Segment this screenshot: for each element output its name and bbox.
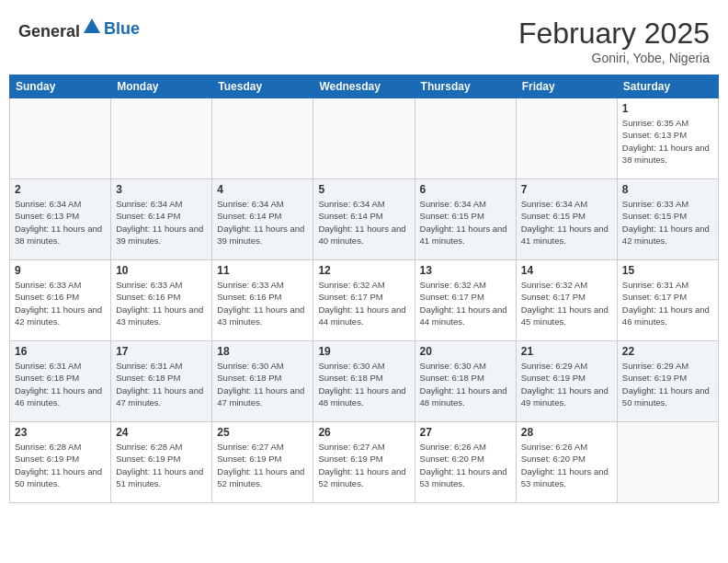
day-info: Sunrise: 6:28 AM Sunset: 6:19 PM Dayligh… <box>15 441 106 489</box>
calendar-day-cell: 23Sunrise: 6:28 AM Sunset: 6:19 PM Dayli… <box>10 422 111 503</box>
calendar-day-cell: 21Sunrise: 6:29 AM Sunset: 6:19 PM Dayli… <box>516 341 617 422</box>
day-number: 4 <box>217 183 308 196</box>
day-info: Sunrise: 6:31 AM Sunset: 6:17 PM Dayligh… <box>622 279 713 327</box>
calendar-day-cell: 25Sunrise: 6:27 AM Sunset: 6:19 PM Dayli… <box>212 422 313 503</box>
day-number: 21 <box>521 345 612 358</box>
calendar-day-cell: 8Sunrise: 6:33 AM Sunset: 6:15 PM Daylig… <box>617 179 718 260</box>
calendar-day-cell: 28Sunrise: 6:26 AM Sunset: 6:20 PM Dayli… <box>516 422 617 503</box>
calendar-day-cell: 2Sunrise: 6:34 AM Sunset: 6:13 PM Daylig… <box>10 179 111 260</box>
calendar-day-cell <box>313 98 415 179</box>
day-info: Sunrise: 6:27 AM Sunset: 6:19 PM Dayligh… <box>217 441 308 489</box>
day-number: 3 <box>116 183 207 196</box>
calendar-day-cell: 26Sunrise: 6:27 AM Sunset: 6:19 PM Dayli… <box>313 422 415 503</box>
day-info: Sunrise: 6:26 AM Sunset: 6:20 PM Dayligh… <box>521 441 612 489</box>
day-number: 23 <box>15 426 106 439</box>
calendar-week-row: 2Sunrise: 6:34 AM Sunset: 6:13 PM Daylig… <box>10 179 719 260</box>
day-number: 2 <box>15 183 106 196</box>
day-info: Sunrise: 6:34 AM Sunset: 6:14 PM Dayligh… <box>217 198 308 247</box>
calendar-day-cell: 16Sunrise: 6:31 AM Sunset: 6:18 PM Dayli… <box>10 341 111 422</box>
title-area: February 2025 Goniri, Yobe, Nigeria <box>518 17 710 65</box>
day-number: 17 <box>116 345 207 358</box>
day-info: Sunrise: 6:30 AM Sunset: 6:18 PM Dayligh… <box>217 360 308 408</box>
day-number: 8 <box>622 183 713 196</box>
day-info: Sunrise: 6:34 AM Sunset: 6:15 PM Dayligh… <box>420 198 511 247</box>
weekday-header: Saturday <box>617 75 718 98</box>
weekday-header: Friday <box>516 75 617 98</box>
calendar-day-cell <box>10 98 111 179</box>
day-info: Sunrise: 6:34 AM Sunset: 6:13 PM Dayligh… <box>15 198 106 247</box>
calendar-week-row: 23Sunrise: 6:28 AM Sunset: 6:19 PM Dayli… <box>10 422 719 503</box>
svg-rect-1 <box>88 28 96 33</box>
day-number: 6 <box>420 183 511 196</box>
calendar-day-cell <box>212 98 313 179</box>
calendar-day-cell: 5Sunrise: 6:34 AM Sunset: 6:14 PM Daylig… <box>313 179 415 260</box>
day-number: 26 <box>318 426 409 439</box>
weekday-header: Monday <box>111 75 212 98</box>
weekday-header: Sunday <box>10 75 111 98</box>
day-number: 11 <box>217 264 308 277</box>
calendar-day-cell <box>516 98 617 179</box>
calendar-day-cell: 1Sunrise: 6:35 AM Sunset: 6:13 PM Daylig… <box>617 98 718 179</box>
calendar-day-cell: 9Sunrise: 6:33 AM Sunset: 6:16 PM Daylig… <box>10 260 111 341</box>
calendar-day-cell: 3Sunrise: 6:34 AM Sunset: 6:14 PM Daylig… <box>111 179 212 260</box>
day-info: Sunrise: 6:31 AM Sunset: 6:18 PM Dayligh… <box>116 360 207 408</box>
day-number: 24 <box>116 426 207 439</box>
calendar-week-row: 1Sunrise: 6:35 AM Sunset: 6:13 PM Daylig… <box>10 98 719 179</box>
calendar-day-cell: 6Sunrise: 6:34 AM Sunset: 6:15 PM Daylig… <box>415 179 516 260</box>
calendar-day-cell: 12Sunrise: 6:32 AM Sunset: 6:17 PM Dayli… <box>313 260 415 341</box>
calendar-day-cell: 13Sunrise: 6:32 AM Sunset: 6:17 PM Dayli… <box>415 260 516 341</box>
day-info: Sunrise: 6:29 AM Sunset: 6:19 PM Dayligh… <box>622 360 713 408</box>
day-number: 16 <box>15 345 106 358</box>
day-number: 15 <box>622 264 713 277</box>
calendar-day-cell: 4Sunrise: 6:34 AM Sunset: 6:14 PM Daylig… <box>212 179 313 260</box>
day-info: Sunrise: 6:33 AM Sunset: 6:15 PM Dayligh… <box>622 198 713 247</box>
day-info: Sunrise: 6:30 AM Sunset: 6:18 PM Dayligh… <box>318 360 409 408</box>
day-info: Sunrise: 6:26 AM Sunset: 6:20 PM Dayligh… <box>420 441 511 489</box>
day-info: Sunrise: 6:35 AM Sunset: 6:13 PM Dayligh… <box>622 117 713 166</box>
day-info: Sunrise: 6:28 AM Sunset: 6:19 PM Dayligh… <box>116 441 207 489</box>
day-info: Sunrise: 6:32 AM Sunset: 6:17 PM Dayligh… <box>420 279 511 327</box>
calendar-day-cell: 10Sunrise: 6:33 AM Sunset: 6:16 PM Dayli… <box>111 260 212 341</box>
day-info: Sunrise: 6:30 AM Sunset: 6:18 PM Dayligh… <box>420 360 511 408</box>
logo-general: General <box>18 22 80 40</box>
day-number: 20 <box>420 345 511 358</box>
day-number: 22 <box>622 345 713 358</box>
calendar-day-cell <box>617 422 718 503</box>
day-number: 13 <box>420 264 511 277</box>
logo-blue: Blue <box>104 19 140 39</box>
calendar-day-cell: 19Sunrise: 6:30 AM Sunset: 6:18 PM Dayli… <box>313 341 415 422</box>
calendar-day-cell: 14Sunrise: 6:32 AM Sunset: 6:17 PM Dayli… <box>516 260 617 341</box>
day-number: 25 <box>217 426 308 439</box>
page-header: General Blue February 2025 Goniri, Yobe,… <box>9 9 719 71</box>
day-number: 27 <box>420 426 511 439</box>
calendar-day-cell: 11Sunrise: 6:33 AM Sunset: 6:16 PM Dayli… <box>212 260 313 341</box>
location: Goniri, Yobe, Nigeria <box>518 51 710 65</box>
day-number: 9 <box>15 264 106 277</box>
day-info: Sunrise: 6:34 AM Sunset: 6:15 PM Dayligh… <box>521 198 612 247</box>
weekday-header: Thursday <box>415 75 516 98</box>
weekday-header-row: SundayMondayTuesdayWednesdayThursdayFrid… <box>10 75 719 98</box>
day-info: Sunrise: 6:33 AM Sunset: 6:16 PM Dayligh… <box>116 279 207 327</box>
day-number: 19 <box>318 345 409 358</box>
calendar-day-cell: 20Sunrise: 6:30 AM Sunset: 6:18 PM Dayli… <box>415 341 516 422</box>
calendar-day-cell <box>111 98 212 179</box>
day-number: 14 <box>521 264 612 277</box>
day-info: Sunrise: 6:34 AM Sunset: 6:14 PM Dayligh… <box>116 198 207 247</box>
weekday-header: Tuesday <box>212 75 313 98</box>
calendar-day-cell: 27Sunrise: 6:26 AM Sunset: 6:20 PM Dayli… <box>415 422 516 503</box>
day-number: 10 <box>116 264 207 277</box>
day-number: 12 <box>318 264 409 277</box>
day-info: Sunrise: 6:27 AM Sunset: 6:19 PM Dayligh… <box>318 441 409 489</box>
month-title: February 2025 <box>518 17 710 51</box>
logo: General Blue <box>18 17 140 41</box>
calendar-day-cell <box>415 98 516 179</box>
calendar-day-cell: 22Sunrise: 6:29 AM Sunset: 6:19 PM Dayli… <box>617 341 718 422</box>
day-info: Sunrise: 6:33 AM Sunset: 6:16 PM Dayligh… <box>15 279 106 327</box>
day-info: Sunrise: 6:33 AM Sunset: 6:16 PM Dayligh… <box>217 279 308 327</box>
day-number: 28 <box>521 426 612 439</box>
calendar-day-cell: 18Sunrise: 6:30 AM Sunset: 6:18 PM Dayli… <box>212 341 313 422</box>
day-number: 7 <box>521 183 612 196</box>
calendar-week-row: 16Sunrise: 6:31 AM Sunset: 6:18 PM Dayli… <box>10 341 719 422</box>
calendar-day-cell: 7Sunrise: 6:34 AM Sunset: 6:15 PM Daylig… <box>516 179 617 260</box>
logo-icon <box>82 17 102 37</box>
